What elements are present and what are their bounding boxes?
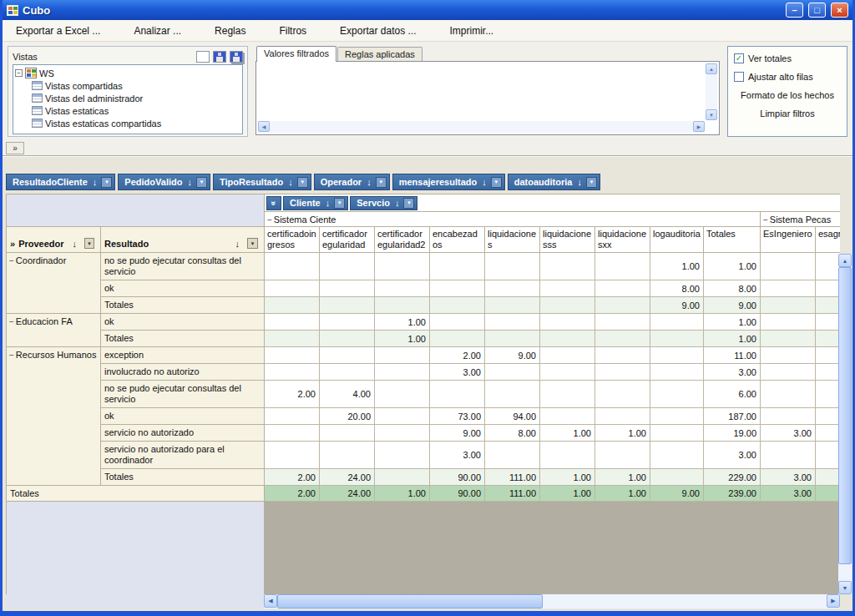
column-header[interactable]: liquidaciones xyxy=(485,227,540,253)
horizontal-scroll-thumb[interactable] xyxy=(277,594,543,608)
save-all-views-icon[interactable] xyxy=(230,51,243,63)
grand-total-cell: 1.00 xyxy=(595,486,650,502)
tree-item[interactable]: Vistas del administrador xyxy=(15,92,240,104)
dimension-button[interactable]: mensajeresultado↓▼ xyxy=(392,174,505,190)
scroll-left-icon[interactable]: ◀ xyxy=(264,594,277,608)
provider-cell[interactable]: −Recursos Humanos xyxy=(7,347,101,486)
save-view-icon[interactable] xyxy=(213,51,226,63)
checkbox-row[interactable]: Ajustar alto filas xyxy=(734,72,841,82)
vertical-scroll-thumb[interactable] xyxy=(838,267,852,564)
pivot-horizontal-scrollbar[interactable]: ◀ ▶ xyxy=(264,594,840,608)
collapse-icon[interactable]: − xyxy=(763,215,768,225)
minimize-button[interactable]: – xyxy=(786,3,803,18)
vistas-caption: Vistas xyxy=(13,52,196,62)
filter-dropdown-icon[interactable]: ▼ xyxy=(101,177,112,188)
filter-dropdown-icon[interactable]: ▼ xyxy=(334,198,345,209)
filter-dropdown-icon[interactable]: ▼ xyxy=(376,177,387,188)
tab-reglas-aplicadas[interactable]: Reglas aplicadas xyxy=(337,47,422,62)
data-cell xyxy=(816,314,841,331)
column-field-button[interactable]: Servcio↓▼ xyxy=(350,196,417,210)
column-header[interactable]: EsIngeniero xyxy=(761,227,816,253)
filters-vertical-scrollbar[interactable]: ▲ ▼ xyxy=(706,63,717,120)
close-button[interactable]: × xyxy=(831,3,848,18)
filter-dropdown-icon[interactable]: ▼ xyxy=(491,177,502,188)
checkbox[interactable] xyxy=(734,72,744,82)
dimension-button[interactable]: PedidoValido↓▼ xyxy=(118,174,210,190)
tree-item[interactable]: Vistas estaticas xyxy=(15,104,240,117)
menu-item[interactable]: Filtros xyxy=(272,23,313,38)
pivot-vertical-scrollbar[interactable]: ▲ ▼ xyxy=(838,254,852,594)
expand-rows-icon[interactable]: » xyxy=(10,239,15,249)
data-cell xyxy=(485,253,540,280)
collapse-icon[interactable]: − xyxy=(9,256,14,265)
column-header[interactable]: certificadoregularidad xyxy=(320,227,375,253)
title-bar[interactable]: Cubo – □ × xyxy=(3,0,852,20)
vertical-scroll-track[interactable] xyxy=(838,564,852,581)
filter-dropdown-icon[interactable]: ▼ xyxy=(297,177,308,188)
expand-columns-button[interactable]: » xyxy=(266,196,281,210)
scroll-up-icon[interactable]: ▲ xyxy=(838,254,852,267)
scroll-up-icon[interactable]: ▲ xyxy=(706,63,717,74)
column-header[interactable]: certificadoingresos xyxy=(265,227,320,253)
checkbox-row[interactable]: ✓Ver totales xyxy=(734,53,841,63)
tree-item[interactable]: Vistas estaticas compartidas xyxy=(15,117,240,129)
data-cell xyxy=(320,253,375,280)
options-link[interactable]: Limpiar filtros xyxy=(734,109,841,119)
scroll-left-icon[interactable]: ◀ xyxy=(258,121,270,132)
filter-dropdown-icon[interactable]: ▼ xyxy=(586,177,597,188)
menu-item[interactable]: Analizar ... xyxy=(127,23,188,38)
field-label: PedidoValido xyxy=(124,177,182,187)
collapse-icon[interactable]: − xyxy=(9,317,14,326)
collapse-icon[interactable]: − xyxy=(267,215,272,225)
column-header[interactable]: logauditoria xyxy=(650,227,704,253)
tree-item[interactable]: Vistas compartidas xyxy=(15,79,240,92)
horizontal-scroll-track[interactable] xyxy=(543,594,827,608)
filter-dropdown-icon[interactable]: ▼ xyxy=(403,198,414,209)
column-header[interactable]: certificadoregularidad2 xyxy=(375,227,430,253)
pivot-viewport: »Cliente↓▼Servcio↓▼−Sistema Ciente−Siste… xyxy=(6,194,840,594)
column-header[interactable]: encabezados xyxy=(430,227,485,253)
column-header[interactable]: esagr xyxy=(816,227,841,253)
pivot-row: −Educacion FAok1.001.00 xyxy=(7,314,841,331)
collapse-icon[interactable]: − xyxy=(15,69,23,77)
menu-item[interactable]: Exportar datos ... xyxy=(333,23,422,38)
column-header[interactable]: Totales xyxy=(704,227,761,253)
filter-dropdown-icon[interactable]: ▼ xyxy=(84,238,94,249)
data-cell xyxy=(485,442,540,469)
maximize-button[interactable]: □ xyxy=(808,3,826,18)
column-header[interactable]: liquidacionesss xyxy=(540,227,595,253)
filters-horizontal-scrollbar[interactable]: ◀ ▶ xyxy=(258,121,705,133)
provider-cell[interactable]: −Educacion FA xyxy=(7,314,101,347)
dimension-button[interactable]: ResultadoCliente↓▼ xyxy=(6,174,115,190)
collapse-panels-button[interactable]: » xyxy=(6,142,24,154)
column-group-header[interactable]: −Sistema Pecas xyxy=(761,212,841,227)
scroll-right-icon[interactable]: ▶ xyxy=(693,121,705,132)
row-field-resultado[interactable]: Resultado↓▼ xyxy=(101,227,265,253)
row-field-proveedor[interactable]: »Proveedor↓▼ xyxy=(7,227,101,253)
checkbox[interactable]: ✓ xyxy=(734,53,744,63)
tree-root-item[interactable]: − WS xyxy=(15,67,240,79)
scroll-right-icon[interactable]: ▶ xyxy=(827,594,840,608)
filter-dropdown-icon[interactable]: ▼ xyxy=(196,177,207,188)
dimension-button[interactable]: TipoResultado↓▼ xyxy=(213,174,311,190)
column-header[interactable]: liquidacionesxx xyxy=(595,227,650,253)
grand-total-cell: 24.00 xyxy=(320,486,375,502)
filter-dropdown-icon[interactable]: ▼ xyxy=(247,238,258,249)
scroll-down-icon[interactable]: ▼ xyxy=(706,109,717,120)
dimension-button[interactable]: Operador↓▼ xyxy=(314,174,390,190)
new-view-icon[interactable] xyxy=(196,51,210,63)
menu-item[interactable]: Reglas xyxy=(208,23,252,38)
data-cell: 3.00 xyxy=(704,442,761,469)
collapse-icon[interactable]: − xyxy=(9,351,14,360)
dimension-button[interactable]: datoauditoria↓▼ xyxy=(508,174,600,190)
tab-valores-filtrados[interactable]: Valores filtrados xyxy=(256,46,336,62)
menu-item[interactable]: Imprimir... xyxy=(443,23,501,38)
menu-item[interactable]: Exportar a Excel ... xyxy=(9,23,107,38)
tree-item-label: Vistas compartidas xyxy=(45,81,123,91)
provider-cell[interactable]: −Coordinador xyxy=(7,253,101,314)
column-field-button[interactable]: Cliente↓▼ xyxy=(283,196,348,210)
column-group-header[interactable]: −Sistema Ciente xyxy=(265,212,761,227)
options-link[interactable]: Formato de los hechos xyxy=(734,90,841,100)
data-cell xyxy=(430,280,485,297)
scroll-down-icon[interactable]: ▼ xyxy=(838,581,852,594)
